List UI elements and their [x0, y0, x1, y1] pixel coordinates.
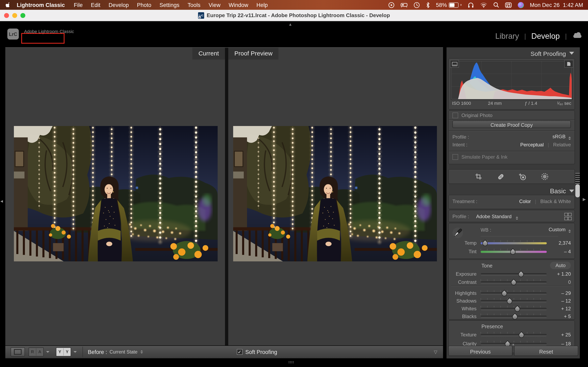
temp-value[interactable]: 2,374: [550, 240, 571, 246]
before-after-view-button[interactable]: YY: [56, 347, 71, 356]
blacks-slider[interactable]: [481, 316, 547, 318]
intent-perceptual-option[interactable]: Perceptual: [520, 142, 544, 148]
profile-stepper-icon[interactable]: [516, 216, 518, 220]
top-panel-toggle-icon[interactable]: ▲: [288, 22, 292, 26]
menubar-item-help[interactable]: Help: [252, 2, 272, 8]
shadows-slider-thumb[interactable]: [506, 298, 513, 305]
compare-view-button[interactable]: RA: [29, 347, 44, 356]
media-play-icon[interactable]: [388, 2, 394, 8]
menubar-item-file[interactable]: File: [70, 2, 87, 8]
whites-slider-thumb[interactable]: [513, 305, 521, 313]
filmstrip-grip-icon[interactable]: [288, 361, 294, 364]
menubar-item-edit[interactable]: Edit: [87, 2, 104, 8]
compare-view-dropdown-icon[interactable]: [46, 351, 49, 354]
panel-scrollbar-thumb[interactable]: [575, 184, 580, 197]
minimize-window-button[interactable]: [12, 13, 17, 18]
before-state-value[interactable]: Current State: [110, 350, 138, 354]
menubar-item-settings[interactable]: Settings: [155, 2, 183, 8]
original-photo-checkbox[interactable]: [452, 113, 458, 118]
exposure-slider-thumb[interactable]: [517, 271, 525, 278]
contrast-slider[interactable]: [481, 281, 547, 284]
create-proof-copy-button[interactable]: Create Proof Copy: [452, 121, 571, 128]
cloud-sync-icon[interactable]: [573, 35, 581, 38]
current-preview-pane[interactable]: Current: [5, 48, 225, 346]
toolbar-options-icon[interactable]: ▽: [434, 349, 437, 355]
zoom-window-button[interactable]: [20, 13, 25, 18]
highlights-value[interactable]: – 29: [550, 290, 571, 296]
menubar-item-develop[interactable]: Develop: [104, 2, 133, 8]
soft-proofing-panel-header[interactable]: Soft Proofing: [531, 50, 574, 57]
masking-tool-icon[interactable]: [540, 172, 550, 182]
tint-slider-thumb[interactable]: [509, 248, 517, 256]
right-panel-toggle-icon[interactable]: ▶: [583, 197, 586, 201]
tint-value[interactable]: – 4: [550, 249, 571, 254]
menubar-item-window[interactable]: Window: [225, 2, 252, 8]
temp-slider-thumb[interactable]: [481, 240, 489, 247]
shadows-value[interactable]: – 12: [550, 298, 571, 304]
white-balance-eyedropper-icon[interactable]: [452, 227, 464, 239]
profile-stepper-icon[interactable]: [568, 137, 571, 140]
bed-status-icon[interactable]: [400, 2, 407, 8]
whites-value[interactable]: + 12: [550, 306, 571, 312]
headphones-icon[interactable]: [467, 2, 474, 8]
close-window-button[interactable]: [4, 13, 9, 18]
menubar-item-lightroom-classic[interactable]: Lightroom Classic: [14, 2, 70, 8]
wb-value[interactable]: Custom: [549, 227, 566, 233]
control-center-icon[interactable]: [505, 2, 511, 8]
blacks-slider-thumb[interactable]: [511, 313, 519, 320]
battery-indicator[interactable]: 58%: [436, 2, 461, 8]
highlights-slider-thumb[interactable]: [501, 290, 508, 297]
texture-slider-thumb[interactable]: [518, 331, 525, 339]
spotlight-search-icon[interactable]: [493, 2, 499, 8]
proof-profile-icon[interactable]: [564, 60, 573, 68]
proof-profile-value[interactable]: sRGB: [553, 134, 566, 140]
reset-button[interactable]: Reset: [514, 346, 578, 356]
whites-slider[interactable]: [481, 308, 547, 310]
before-after-dropdown-icon[interactable]: [73, 351, 77, 354]
wb-stepper-icon[interactable]: [568, 230, 571, 233]
auto-tone-button[interactable]: Auto: [550, 262, 571, 269]
healing-tool-icon[interactable]: [496, 172, 506, 182]
before-state-stepper-icon[interactable]: [140, 350, 143, 354]
contrast-value[interactable]: 0: [550, 279, 571, 285]
contrast-slider-thumb[interactable]: [510, 279, 518, 286]
highlights-slider[interactable]: [481, 292, 547, 294]
current-photo[interactable]: [14, 126, 218, 261]
red-eye-tool-icon[interactable]: [518, 172, 527, 182]
profile-browser-icon[interactable]: [564, 213, 571, 220]
simulate-paper-ink-checkbox[interactable]: [452, 154, 458, 160]
exposure-value[interactable]: + 1.20: [550, 271, 571, 277]
basic-panel-header[interactable]: Basic: [550, 188, 574, 195]
left-panel-toggle-icon[interactable]: ◀: [0, 200, 2, 203]
temp-slider[interactable]: [481, 242, 547, 244]
treatment-color-option[interactable]: Color: [519, 199, 531, 204]
menubar-clock[interactable]: Mon Dec 26 1:42 AM: [530, 2, 583, 8]
menubar-item-tools[interactable]: Tools: [183, 2, 205, 8]
loupe-view-button[interactable]: [11, 347, 25, 356]
soft-proofing-checkbox[interactable]: [237, 349, 242, 355]
monitor-profile-icon[interactable]: [450, 60, 459, 68]
previous-button[interactable]: Previous: [448, 346, 512, 356]
histogram[interactable]: [451, 61, 572, 100]
menubar-item-view[interactable]: View: [205, 2, 225, 8]
crop-tool-icon[interactable]: [474, 172, 484, 182]
siri-icon[interactable]: [518, 2, 524, 8]
bluetooth-icon[interactable]: [426, 2, 430, 8]
texture-slider[interactable]: [481, 334, 547, 336]
recents-clock-icon[interactable]: [414, 2, 420, 8]
proof-photo[interactable]: [233, 126, 437, 261]
apple-menu-icon[interactable]: [6, 2, 11, 8]
panel-scrollbar-track[interactable]: [575, 173, 580, 184]
exposure-slider[interactable]: [481, 273, 547, 275]
profile-value[interactable]: Adobe Standard: [476, 213, 512, 219]
texture-value[interactable]: + 25: [550, 332, 571, 338]
intent-relative-option[interactable]: Relative: [553, 142, 571, 148]
treatment-bw-option[interactable]: Black & White: [540, 199, 571, 204]
tint-slider[interactable]: [481, 251, 547, 253]
menubar-item-photo[interactable]: Photo: [133, 2, 156, 8]
blacks-value[interactable]: + 5: [550, 314, 571, 319]
shadows-slider[interactable]: [481, 300, 547, 302]
proof-preview-pane[interactable]: Proof Preview: [228, 48, 443, 346]
module-library[interactable]: Library: [495, 32, 519, 41]
wifi-icon[interactable]: [480, 2, 487, 8]
